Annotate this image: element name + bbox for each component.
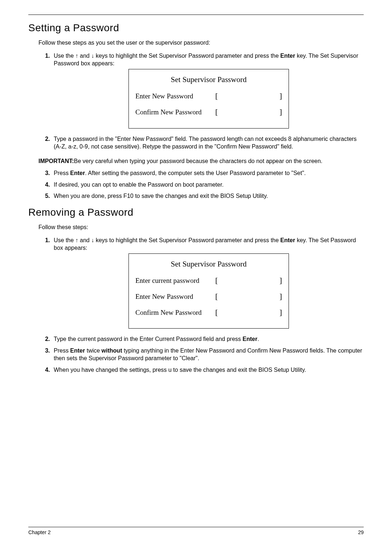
step1-text-a: Use the	[54, 53, 75, 59]
dialog-row-confirm-new: Confirm New Password [ ]	[135, 106, 282, 117]
dialog-row-confirm-new: Confirm New Password [ ]	[135, 307, 282, 318]
important-text: Be very careful when typing your passwor…	[74, 158, 322, 164]
dialog-label: Enter New Password	[135, 92, 215, 101]
important-note: IMPORTANT:Be very careful when typing yo…	[38, 157, 364, 165]
bracket-right: ]	[279, 106, 282, 117]
bracket-right: ]	[279, 275, 282, 286]
step3-b: . After setting the password, the comput…	[85, 170, 306, 176]
removing-step-2: Type the current password in the Enter C…	[52, 335, 364, 343]
dialog-label: Enter current password	[135, 276, 215, 285]
enter-key-label: Enter	[280, 53, 295, 59]
setting-steps-continued: Press Enter. After setting the password,…	[38, 169, 364, 200]
dialog-label: Confirm New Password	[135, 107, 215, 117]
without-label: without	[102, 347, 122, 354]
removing-steps: Use the ↑ and ↓ keys to highlight the Se…	[38, 236, 364, 374]
bracket-left: [	[215, 307, 218, 318]
rstep1-a: Use the	[54, 237, 75, 243]
important-label: IMPORTANT:	[38, 158, 74, 164]
setting-step-4: If desired, you can opt to enable the Pa…	[52, 181, 364, 189]
heading-removing-password: Removing a Password	[28, 207, 364, 218]
bracket-left: [	[215, 90, 218, 101]
footer-page-number: 29	[358, 529, 364, 535]
rstep3-a: Press	[54, 347, 70, 354]
setting-step-5: When you are done, press F10 to save the…	[52, 192, 364, 200]
step3-a: Press	[54, 170, 70, 176]
top-rule	[28, 15, 364, 15]
rstep3-b: twice	[85, 347, 101, 354]
step1-text-b: keys to highlight the Set Supervisor Pas…	[94, 53, 280, 59]
bracket-right: ]	[279, 90, 282, 101]
dialog-row-enter-new: Enter New Password [ ]	[135, 291, 282, 302]
setting-step-2: Type a password in the "Enter New Passwo…	[52, 135, 364, 151]
step1-mid: and	[78, 53, 91, 59]
bracket-right: ]	[279, 307, 282, 318]
dialog-label: Enter New Password	[135, 292, 215, 301]
removing-step-1: Use the ↑ and ↓ keys to highlight the Se…	[52, 236, 364, 329]
rstep2-a: Type the current password in the Enter C…	[54, 336, 242, 342]
removing-step-4: When you have changed the settings, pres…	[52, 366, 364, 374]
dialog-title: Set Supervisor Password	[135, 74, 282, 85]
remove-password-dialog: Set Supervisor Password Enter current pa…	[128, 253, 289, 329]
dialog-row-enter-new: Enter New Password [ ]	[135, 90, 282, 101]
dialog-row-enter-current: Enter current password [ ]	[135, 275, 282, 286]
removing-step-3: Press Enter twice without typing anythin…	[52, 347, 364, 362]
rstep1-b: keys to highlight the Set Supervisor Pas…	[94, 237, 280, 243]
setting-step-3: Press Enter. After setting the password,…	[52, 169, 364, 177]
footer-chapter: Chapter 2	[28, 529, 50, 535]
bracket-left: [	[215, 275, 218, 286]
setting-step-1: Use the ↑ and ↓ keys to highlight the Se…	[52, 52, 364, 129]
bracket-left: [	[215, 106, 218, 117]
setting-steps: Use the ↑ and ↓ keys to highlight the Se…	[38, 52, 364, 151]
up-arrow-icon: ↑	[75, 237, 78, 243]
rstep2-b: .	[257, 336, 259, 342]
removing-intro: Follow these steps:	[38, 223, 364, 231]
up-arrow-icon: ↑	[75, 53, 78, 59]
enter-key-label: Enter	[70, 347, 85, 354]
bracket-left: [	[215, 291, 218, 302]
dialog-title: Set Supervisor Password	[135, 259, 282, 269]
dialog-label: Confirm New Password	[135, 308, 215, 317]
enter-key-label: Enter	[70, 170, 85, 176]
bracket-right: ]	[279, 291, 282, 302]
heading-setting-password: Setting a Password	[28, 22, 364, 34]
setting-intro: Follow these steps as you set the user o…	[38, 39, 364, 47]
enter-key-label: Enter	[280, 237, 295, 243]
rstep1-mid: and	[78, 237, 91, 243]
down-arrow-icon: ↓	[91, 237, 94, 243]
page-footer: Chapter 2 29	[28, 527, 364, 535]
down-arrow-icon: ↓	[91, 53, 94, 59]
enter-key-label: Enter	[242, 336, 257, 342]
set-password-dialog: Set Supervisor Password Enter New Passwo…	[128, 69, 289, 129]
